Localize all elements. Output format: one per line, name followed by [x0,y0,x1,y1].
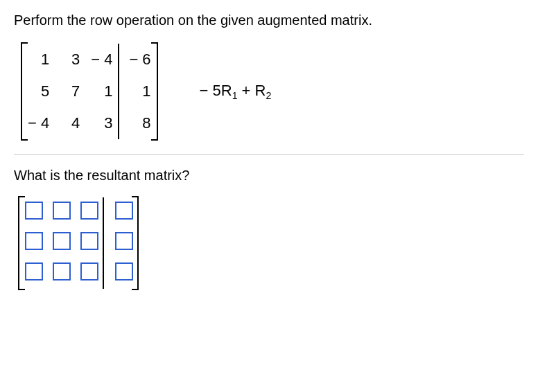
answer-cell [47,258,75,289]
answer-cell [19,258,47,289]
answer-input[interactable] [53,232,71,250]
op-sub1: 1 [232,90,238,101]
answer-cell [19,197,47,228]
answer-aug-cell [103,197,137,228]
matrix-cell: 1 [22,44,55,75]
answer-row [19,258,137,289]
op-prefix: − 5R [200,82,232,99]
answer-input[interactable] [80,232,98,250]
matrix-cell: − 4 [22,107,55,139]
answer-input[interactable] [25,232,43,250]
answer-input[interactable] [80,202,98,220]
matrix-row: − 4 4 3 8 [22,107,157,139]
answer-input[interactable] [53,202,71,220]
given-matrix: 1 3 − 4 − 6 5 7 1 1 − 4 4 3 8 [21,42,158,141]
answer-matrix [18,196,139,290]
matrix-cell: 3 [55,44,85,75]
matrix-cell: − 4 [85,44,119,75]
answer-input[interactable] [115,202,133,220]
instruction-text: Perform the row operation on the given a… [14,12,524,28]
matrix-aug-cell: 1 [119,75,156,107]
op-sub2: 2 [266,90,271,101]
question-text: What is the resultant matrix? [14,168,524,184]
answer-input[interactable] [25,202,43,220]
answer-input[interactable] [25,262,43,280]
answer-row [19,228,137,258]
matrix-cell: 4 [55,107,85,139]
matrix-aug-cell: 8 [119,107,156,139]
answer-cell [47,197,75,228]
answer-input[interactable] [115,232,133,250]
answer-input[interactable] [80,262,98,280]
answer-aug-cell [103,258,137,289]
answer-cell [75,197,103,228]
answer-table [19,197,137,289]
matrix-table: 1 3 − 4 − 6 5 7 1 1 − 4 4 3 8 [22,44,157,139]
matrix-cell: 5 [22,75,55,107]
answer-input[interactable] [53,262,71,280]
matrix-aug-cell: − 6 [119,44,156,75]
matrix-cell: 3 [85,107,119,139]
op-mid: + R [238,82,266,99]
row-operation: − 5R1 + R2 [200,82,272,101]
matrix-cell: 7 [55,75,85,107]
answer-cell [19,228,47,258]
matrix-row: 5 7 1 1 [22,75,157,107]
matrix-row: 1 3 − 4 − 6 [22,44,157,75]
answer-input[interactable] [115,262,133,280]
answer-cell [47,228,75,258]
answer-aug-cell [103,228,137,258]
divider [14,154,524,155]
answer-row [19,197,137,228]
matrix-cell: 1 [85,75,119,107]
answer-cell [75,228,103,258]
answer-cell [75,258,103,289]
problem-row: 1 3 − 4 − 6 5 7 1 1 − 4 4 3 8 − 5R1 + R2 [21,42,524,141]
